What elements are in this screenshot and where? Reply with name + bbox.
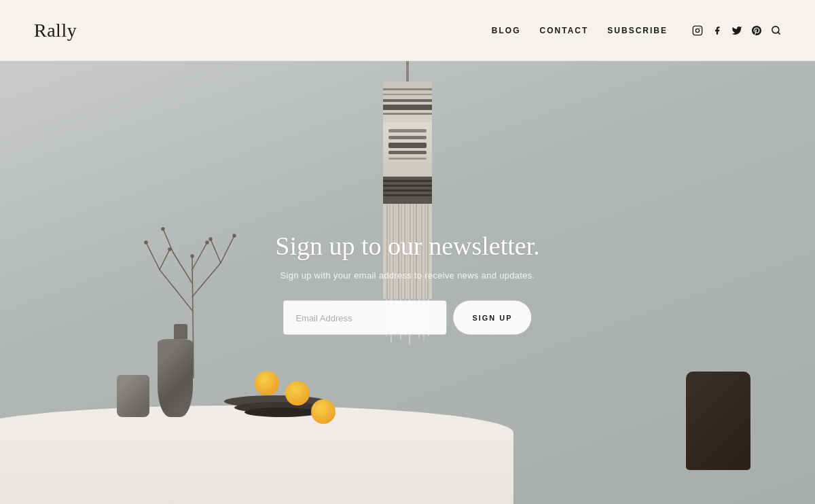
svg-point-17 bbox=[162, 228, 164, 230]
main-nav: BLOG CONTACT SUBSCRIBE bbox=[492, 25, 781, 36]
svg-point-18 bbox=[233, 234, 236, 237]
nav-subscribe[interactable]: SUBSCRIBE bbox=[607, 26, 668, 35]
site-logo[interactable]: Rally bbox=[34, 20, 77, 41]
nav-contact[interactable]: CONTACT bbox=[540, 26, 589, 35]
svg-point-1 bbox=[695, 29, 699, 32]
signup-button[interactable]: SIGN UP bbox=[453, 301, 531, 335]
svg-line-4 bbox=[778, 32, 780, 34]
instagram-icon[interactable] bbox=[692, 25, 703, 36]
svg-line-11 bbox=[211, 239, 221, 263]
svg-point-19 bbox=[209, 238, 212, 240]
svg-line-10 bbox=[221, 236, 234, 263]
orange-3 bbox=[311, 399, 336, 424]
newsletter-form: SIGN UP bbox=[275, 301, 539, 335]
chair-decoration bbox=[686, 372, 750, 470]
site-header: Rally BLOG CONTACT SUBSCRIBE bbox=[0, 0, 815, 61]
svg-point-20 bbox=[206, 241, 209, 244]
svg-point-16 bbox=[168, 248, 171, 251]
svg-point-2 bbox=[700, 27, 700, 28]
svg-point-21 bbox=[191, 255, 194, 257]
pinterest-icon[interactable] bbox=[752, 25, 761, 36]
facebook-icon[interactable] bbox=[712, 25, 722, 36]
nav-blog[interactable]: BLOG bbox=[492, 26, 521, 35]
search-icon[interactable] bbox=[771, 25, 781, 35]
svg-line-14 bbox=[192, 242, 207, 270]
branch-decoration bbox=[132, 202, 255, 378]
hero-section: Sign up to our newsletter. Sign up with … bbox=[0, 61, 815, 504]
newsletter-section: Sign up to our newsletter. Sign up with … bbox=[275, 231, 539, 335]
twitter-icon[interactable] bbox=[731, 26, 742, 35]
newsletter-subtext: Sign up with your email address to recei… bbox=[275, 270, 539, 281]
svg-line-12 bbox=[173, 253, 192, 283]
cup-decoration bbox=[117, 375, 149, 417]
newsletter-headline: Sign up to our newsletter. bbox=[275, 231, 539, 261]
orange-2 bbox=[285, 381, 310, 406]
svg-rect-0 bbox=[693, 26, 702, 35]
svg-point-15 bbox=[145, 241, 147, 244]
orange-1 bbox=[255, 371, 279, 395]
social-icons bbox=[692, 25, 781, 36]
vase-decoration bbox=[168, 324, 193, 417]
table-surface bbox=[0, 406, 513, 504]
svg-line-9 bbox=[192, 263, 221, 297]
email-input[interactable] bbox=[283, 301, 446, 335]
svg-line-7 bbox=[146, 242, 160, 270]
svg-line-8 bbox=[160, 249, 170, 270]
